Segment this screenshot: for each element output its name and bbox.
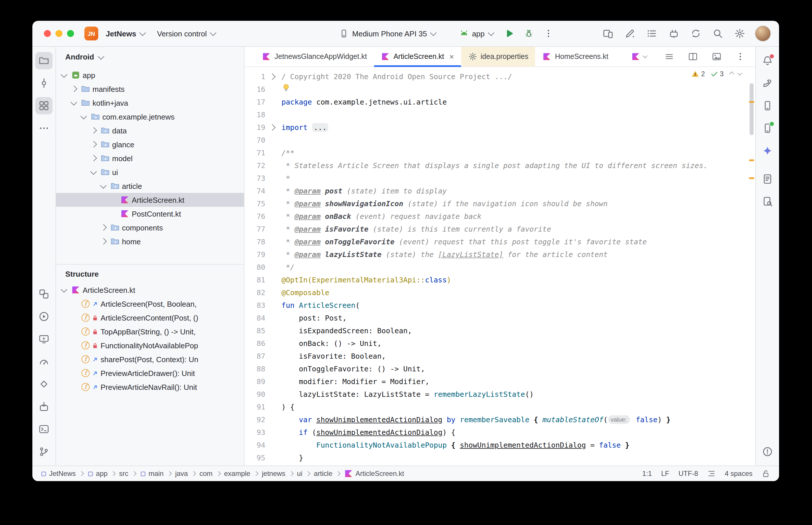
code-text[interactable]: * @param onToggleFavorite (event) reques… xyxy=(281,236,647,248)
warning-stripe-mark[interactable] xyxy=(749,101,754,103)
terminal-button[interactable] xyxy=(35,420,53,438)
project-item-article[interactable]: article xyxy=(56,179,244,193)
run-button[interactable] xyxy=(35,308,53,325)
sync-button[interactable] xyxy=(688,26,704,42)
warning-stripe-mark[interactable] xyxy=(749,177,754,179)
code-text[interactable]: * @param post (state) item to display xyxy=(281,185,447,197)
code-text[interactable]: * xyxy=(281,172,290,185)
gutter-line-1[interactable]: 1 xyxy=(245,71,281,83)
code-text[interactable]: package com.example.jetnews.ui.article xyxy=(281,96,447,109)
fold-marker-icon[interactable] xyxy=(265,75,279,79)
gutter-line-18[interactable]: 18 xyxy=(245,109,281,121)
tab-jetnewsglanceappwidget-kt[interactable]: JetnewsGlanceAppWidget.kt xyxy=(255,47,374,66)
zoom-window-button[interactable] xyxy=(67,30,74,37)
tab-articlescreen-kt[interactable]: ArticleScreen.kt× xyxy=(374,47,461,66)
code-line-75[interactable]: 75 * @param showNavigationIcon (state) i… xyxy=(245,197,755,210)
logcat-button[interactable] xyxy=(759,170,776,188)
code-line-1[interactable]: 1/ Copyright 2020 The Android Open Sourc… xyxy=(245,71,755,83)
code-line-92[interactable]: 92 var showUnimplementedActionDialog by … xyxy=(245,414,755,426)
image-preview-button[interactable] xyxy=(709,48,725,65)
structure-item-topappbar-string-unit[interactable]: fTopAppBar(String, () -> Unit, xyxy=(56,325,244,339)
split-editor-button[interactable] xyxy=(685,48,701,65)
minimize-window-button[interactable] xyxy=(56,30,62,37)
search-button[interactable] xyxy=(710,26,726,42)
inspection-widget[interactable]: 2 3 xyxy=(691,70,743,78)
gradle-button[interactable] xyxy=(759,75,776,92)
gutter-line-88[interactable]: 88 xyxy=(245,363,281,375)
gutter-line-89[interactable]: 89 xyxy=(245,375,281,388)
code-line-95[interactable]: 95 } xyxy=(245,452,755,464)
code-text[interactable]: FunctionalityNotAvailablePopup { showUni… xyxy=(281,439,629,452)
code-text[interactable]: onToggleFavorite: () -> Unit, xyxy=(281,363,425,375)
device-streaming-button[interactable] xyxy=(35,330,53,348)
chevron-down-icon[interactable] xyxy=(60,285,69,295)
code-text[interactable]: * @param onBack (event) request navigate… xyxy=(281,210,482,223)
code-line-84[interactable]: 84 post: Post, xyxy=(245,312,755,325)
breadcrumb-item-java[interactable]: java xyxy=(175,469,188,478)
code-line-76[interactable]: 76 * @param onBack (event) request navig… xyxy=(245,210,755,223)
code-text[interactable]: onBack: () -> Unit, xyxy=(281,337,381,350)
project-item-data[interactable]: data xyxy=(56,124,244,137)
chevron-down-icon[interactable] xyxy=(60,71,69,80)
scrollbar-thumb[interactable] xyxy=(750,83,754,135)
gutter-line-70[interactable]: 70 xyxy=(245,134,281,147)
editor-list-button[interactable] xyxy=(661,48,677,65)
code-line-17[interactable]: 17package com.example.jetnews.ui.article xyxy=(245,96,755,109)
project-item-articlescreen-kt[interactable]: ArticleScreen.kt xyxy=(56,193,244,207)
gemini-button[interactable] xyxy=(759,142,776,160)
device-manager-button[interactable] xyxy=(759,97,776,114)
gutter-line-91[interactable]: 91 xyxy=(245,401,281,414)
gutter-line-77[interactable]: 77 xyxy=(245,223,281,236)
status-encoding-widget[interactable]: UTF-8 xyxy=(679,469,698,478)
project-item-home[interactable]: home xyxy=(56,235,244,248)
chevron-down-icon[interactable] xyxy=(69,98,78,107)
app-insights-button[interactable] xyxy=(35,375,53,393)
tab-homescreens-kt[interactable]: HomeScreens.kt xyxy=(535,47,615,66)
code-text[interactable]: @Composable xyxy=(281,286,329,299)
breadcrumb-item-article[interactable]: article xyxy=(314,469,332,478)
gutter-line-81[interactable]: 81 xyxy=(245,274,281,286)
gutter-line-75[interactable]: 75 xyxy=(245,197,281,210)
gutter-line-76[interactable]: 76 xyxy=(245,210,281,223)
vcs-widget[interactable]: Version control xyxy=(153,27,220,40)
code-text[interactable] xyxy=(281,83,292,96)
code-line-91[interactable]: 91) { xyxy=(245,401,755,414)
code-text[interactable]: } xyxy=(281,452,303,464)
gutter-line-90[interactable]: 90 xyxy=(245,388,281,401)
code-text[interactable]: */ xyxy=(281,261,294,274)
breadcrumb-item-app[interactable]: app xyxy=(87,469,107,478)
breadcrumb-item-example[interactable]: example xyxy=(224,469,251,478)
code-line-71[interactable]: 71/** xyxy=(245,147,755,160)
gutter-line-71[interactable]: 71 xyxy=(245,147,281,160)
status-indent-widget[interactable]: 4 spaces xyxy=(725,469,752,478)
breadcrumb-item-ui[interactable]: ui xyxy=(297,469,302,478)
status-caret-widget[interactable]: 1:1 xyxy=(643,469,652,478)
next-problem-button[interactable] xyxy=(737,71,743,77)
code-line-77[interactable]: 77 * @param isFavorite (state) is this i… xyxy=(245,223,755,236)
more-actions-button[interactable] xyxy=(541,26,557,42)
gutter-line-93[interactable]: 93 xyxy=(245,426,281,439)
more-button[interactable] xyxy=(35,120,53,137)
code-text[interactable]: ) { xyxy=(281,401,294,414)
run-config-selector[interactable]: app xyxy=(455,27,498,41)
gutter-line-87[interactable]: 87 xyxy=(245,350,281,363)
structure-item-functionalitynotavailablepop[interactable]: fFunctionalityNotAvailablePop xyxy=(56,339,244,352)
chevron-right-icon[interactable] xyxy=(89,140,98,149)
gutter-line-74[interactable]: 74 xyxy=(245,185,281,197)
project-widget[interactable]: JetNews xyxy=(102,27,150,40)
project-item-model[interactable]: model xyxy=(56,151,244,165)
structure-item-articlescreencontent-post[interactable]: fArticleScreenContent(Post, () xyxy=(56,311,244,325)
chevron-down-icon[interactable] xyxy=(99,181,108,191)
device-selector[interactable]: Medium Phone API 35 xyxy=(336,27,440,41)
code-line-74[interactable]: 74 * @param post (state) item to display xyxy=(245,185,755,197)
device-mirror-button[interactable] xyxy=(600,26,616,42)
breadcrumb-item-src[interactable]: src xyxy=(119,469,128,478)
vcs-branch-button[interactable] xyxy=(35,443,53,460)
code-line-87[interactable]: 87 isFavorite: Boolean, xyxy=(245,350,755,363)
project-item-ui[interactable]: ui xyxy=(56,165,244,179)
code-line-85[interactable]: 85 isExpandedScreen: Boolean, xyxy=(245,325,755,337)
gutter-line-17[interactable]: 17 xyxy=(245,96,281,109)
run-button[interactable] xyxy=(501,26,518,42)
breadcrumb-item-jetnews[interactable]: JetNews xyxy=(41,469,76,478)
gutter-line-16[interactable]: 16 xyxy=(245,83,281,96)
